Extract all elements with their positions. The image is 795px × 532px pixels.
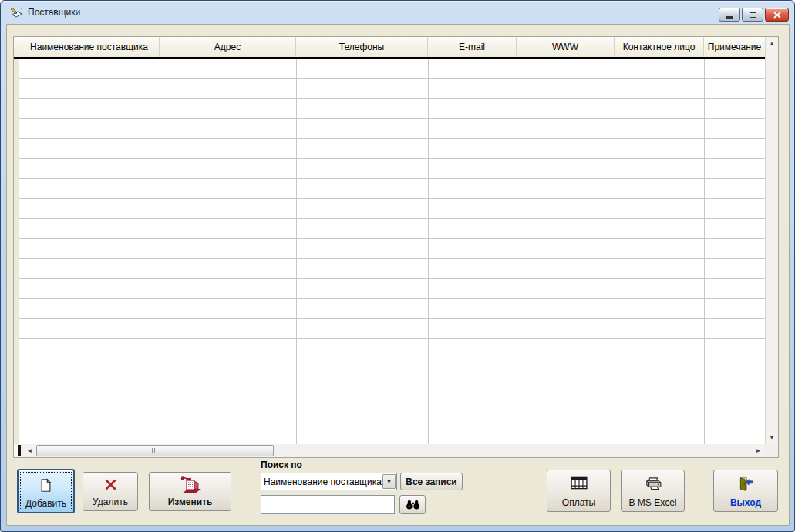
table-header-row: Наименование поставщикаАдресТелефоныE-ma… (14, 37, 765, 57)
excel-button-label: В MS Excel (628, 497, 676, 508)
indicator-mark (18, 445, 21, 456)
exit-door-icon (714, 476, 777, 491)
column-divider (704, 59, 705, 444)
delete-button[interactable]: Удалить (83, 472, 138, 511)
indicator-header-cell (14, 37, 19, 57)
column-header-2[interactable]: Телефоны (296, 37, 428, 57)
search-field-value: Наименование поставщика (264, 473, 382, 490)
column-header-1[interactable]: Адрес (160, 37, 296, 57)
exit-button-label: Выход (730, 497, 761, 508)
row-indicator-column (14, 59, 19, 444)
add-button[interactable]: Добавить (17, 469, 75, 513)
binoculars-icon (406, 500, 420, 510)
search-input[interactable] (261, 495, 395, 514)
column-divider (517, 59, 517, 444)
app-icon (10, 6, 23, 19)
new-document-icon (19, 478, 73, 493)
payments-button[interactable]: Оплаты (547, 470, 611, 512)
vertical-scrollbar[interactable]: ▲ ▼ (765, 37, 778, 444)
minimize-button[interactable] (719, 8, 740, 22)
column-divider (615, 59, 615, 444)
table-body[interactable] (14, 59, 765, 444)
scroll-up-icon[interactable]: ▲ (766, 38, 777, 49)
titlebar[interactable]: Поставщики (1, 1, 794, 24)
horizontal-scrollbar[interactable]: ◄ ► (14, 444, 765, 457)
delete-x-icon (83, 479, 137, 490)
scrollbar-corner (765, 444, 778, 457)
find-button[interactable] (399, 495, 426, 514)
payments-table-icon (547, 476, 610, 490)
window-title: Поставщики (28, 7, 80, 18)
thumb-grip-icon (152, 448, 158, 453)
all-records-button[interactable]: Все записи (400, 473, 463, 490)
client-area: Наименование поставщикаАдресТелефоныE-ma… (6, 24, 790, 526)
scroll-left-icon[interactable]: ◄ (24, 445, 35, 456)
column-header-5[interactable]: Контактное лицо (615, 37, 704, 57)
edit-machine-icon (150, 475, 231, 498)
printer-icon (622, 476, 684, 491)
maximize-button[interactable] (742, 8, 763, 22)
search-by-label: Поиск по (261, 460, 302, 470)
column-divider (296, 59, 297, 444)
horizontal-scroll-thumb[interactable] (36, 445, 274, 456)
excel-button[interactable]: В MS Excel (621, 470, 685, 512)
all-records-label: Все записи (406, 476, 457, 487)
combo-dropdown-button[interactable]: ▼ (382, 474, 396, 489)
delete-button-label: Удалить (93, 497, 128, 507)
suppliers-table: Наименование поставщикаАдресТелефоныE-ma… (13, 36, 779, 458)
scroll-right-icon[interactable]: ► (753, 445, 764, 456)
add-button-label: Добавить (25, 498, 66, 509)
edit-button[interactable]: Изменить (149, 472, 231, 511)
column-header-4[interactable]: WWW (517, 37, 615, 57)
column-header-0[interactable]: Наименование поставщика (19, 37, 160, 57)
minimize-icon (726, 16, 733, 19)
payments-button-label: Оплаты (562, 497, 595, 508)
column-header-3[interactable]: E-mail (428, 37, 517, 57)
maximize-icon (750, 12, 756, 18)
search-field-select[interactable]: Наименование поставщика ▼ (261, 473, 397, 490)
exit-button[interactable]: Выход (713, 470, 778, 512)
scroll-down-icon[interactable]: ▼ (766, 432, 777, 443)
column-divider (160, 59, 160, 444)
column-divider (428, 59, 429, 444)
app-window: Поставщики Наименование поставщикаАдресТ… (0, 0, 795, 532)
column-header-6[interactable]: Примечание (704, 37, 765, 57)
close-button[interactable] (765, 8, 789, 22)
edit-button-label: Изменить (168, 497, 213, 507)
close-icon (773, 12, 781, 19)
